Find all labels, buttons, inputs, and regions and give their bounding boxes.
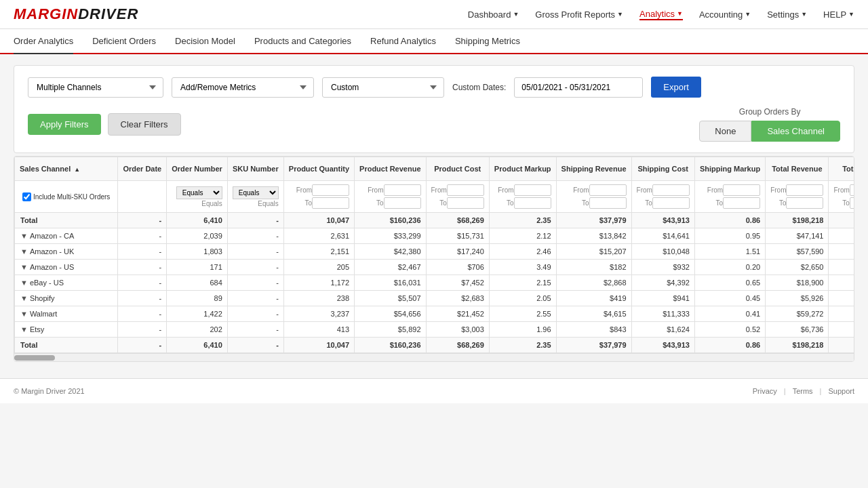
nav-accounting[interactable]: Accounting ▼ bbox=[699, 9, 751, 20]
cell-product-markup: 2.12 bbox=[489, 228, 556, 244]
cell-shipping-markup: 1.51 bbox=[694, 244, 765, 260]
product-cost-to[interactable] bbox=[447, 197, 484, 209]
subnav-deficient-orders[interactable]: Deficient Orders bbox=[92, 29, 156, 54]
group-sales-channel-button[interactable]: Sales Channel bbox=[751, 121, 840, 142]
subnav-order-analytics[interactable]: Order Analytics bbox=[14, 29, 73, 54]
expand-icon[interactable]: ▼ bbox=[20, 279, 28, 287]
subnav-decision-model[interactable]: Decision Model bbox=[175, 29, 235, 54]
include-multi-sku-checkbox[interactable] bbox=[22, 192, 31, 201]
include-multi-sku-label[interactable]: Include Multi-SKU Orders bbox=[22, 192, 110, 201]
cell-order-number: 1,803 bbox=[167, 244, 228, 260]
shipping-cost-from[interactable] bbox=[652, 184, 690, 196]
total-cost-from[interactable] bbox=[850, 184, 854, 196]
subnav-shipping-metrics[interactable]: Shipping Metrics bbox=[455, 29, 520, 54]
total-rev-to[interactable] bbox=[786, 197, 823, 209]
total-rev-from[interactable] bbox=[786, 184, 823, 196]
clear-filters-button[interactable]: Clear Filters bbox=[108, 113, 181, 136]
col-header-product-quantity[interactable]: Product Quantity bbox=[283, 157, 354, 181]
nav-gross-profit-reports[interactable]: Gross Profit Reports ▼ bbox=[535, 9, 623, 20]
cell-product-revenue: $54,656 bbox=[355, 306, 426, 322]
shipping-markup-from[interactable] bbox=[723, 184, 760, 196]
table-row: ▼Shopify-89-238$5,507$2,6832.05$419$9410… bbox=[15, 291, 855, 306]
scroll-bar[interactable] bbox=[14, 353, 854, 361]
filter-bar: Multiple Channels Add/Remove Metrics Cus… bbox=[14, 65, 854, 153]
col-header-product-markup[interactable]: Product Markup bbox=[489, 157, 556, 181]
cell-shipping-cost: $14,641 bbox=[631, 228, 694, 244]
date-range-select[interactable]: Custom bbox=[322, 77, 444, 98]
group-orders-label: Group Orders By bbox=[739, 107, 801, 117]
product-qty-from[interactable] bbox=[312, 184, 349, 196]
cell-order-number: 202 bbox=[167, 322, 228, 338]
expand-icon[interactable]: ▼ bbox=[20, 294, 28, 302]
col-header-total-revenue[interactable]: Total Revenue bbox=[766, 157, 829, 181]
shipping-rev-to[interactable] bbox=[589, 197, 627, 209]
product-markup-from[interactable] bbox=[514, 184, 551, 196]
cell-sku-number: - bbox=[227, 228, 283, 244]
cell-sku-number: - bbox=[227, 244, 283, 260]
cell-shipping-cost: $43,913 bbox=[631, 338, 694, 353]
cell-product-markup: 3.49 bbox=[489, 260, 556, 275]
expand-icon[interactable]: ▼ bbox=[20, 325, 28, 333]
cell-product-markup: 1.96 bbox=[489, 322, 556, 338]
group-none-button[interactable]: None bbox=[699, 121, 751, 142]
table-row: ▼Amazon - CA-2,039-2,631$33,299$15,7312.… bbox=[15, 228, 855, 244]
cell-total-cost: $11,844 bbox=[829, 275, 854, 291]
terms-link[interactable]: Terms bbox=[793, 387, 813, 395]
cell-product-markup: 2.55 bbox=[489, 306, 556, 322]
col-header-shipping-markup[interactable]: Shipping Markup bbox=[694, 157, 765, 181]
cell-total-revenue: $198,218 bbox=[766, 338, 829, 353]
date-range-input[interactable] bbox=[514, 77, 643, 98]
cell-product-revenue: $33,299 bbox=[355, 228, 426, 244]
product-cost-from[interactable] bbox=[447, 184, 484, 196]
expand-icon[interactable]: ▼ bbox=[20, 232, 28, 240]
product-markup-to[interactable] bbox=[514, 197, 551, 209]
col-header-sales-channel[interactable]: Sales Channel ▲ bbox=[15, 157, 118, 181]
privacy-link[interactable]: Privacy bbox=[753, 387, 777, 395]
subnav-products-categories[interactable]: Products and Categories bbox=[254, 29, 351, 54]
sku-equals-select[interactable]: EqualsNot Equals bbox=[233, 186, 279, 199]
table-row: ▼Walmart-1,422-3,237$54,656$21,4522.55$4… bbox=[15, 306, 855, 322]
product-qty-to[interactable] bbox=[312, 197, 349, 209]
cell-sku-number: - bbox=[227, 306, 283, 322]
cell-total-cost: $32,785 bbox=[829, 306, 854, 322]
col-header-product-revenue[interactable]: Product Revenue bbox=[355, 157, 426, 181]
cell-shipping-revenue: $37,979 bbox=[556, 338, 631, 353]
nav-settings[interactable]: Settings ▼ bbox=[767, 9, 807, 20]
product-rev-to[interactable] bbox=[384, 197, 421, 209]
col-header-shipping-cost[interactable]: Shipping Cost bbox=[631, 157, 694, 181]
shipping-markup-to[interactable] bbox=[723, 197, 760, 209]
cell-product-markup: 2.05 bbox=[489, 291, 556, 306]
support-link[interactable]: Support bbox=[828, 387, 854, 395]
export-button[interactable]: Export bbox=[651, 77, 701, 98]
cell-order-number: 6,410 bbox=[167, 213, 228, 228]
nav-help[interactable]: HELP ▼ bbox=[823, 9, 854, 20]
cell-total-revenue: $6,736 bbox=[766, 322, 829, 338]
expand-icon[interactable]: ▼ bbox=[20, 263, 28, 271]
cell-order-number: 1,422 bbox=[167, 306, 228, 322]
cell-total-revenue: $5,926 bbox=[766, 291, 829, 306]
total-cost-to[interactable] bbox=[850, 197, 854, 209]
nav-analytics[interactable]: Analytics ▼ bbox=[639, 9, 683, 20]
shipping-rev-from[interactable] bbox=[589, 184, 627, 196]
order-number-equals-select[interactable]: EqualsNot Equals bbox=[176, 186, 222, 199]
shipping-cost-to[interactable] bbox=[652, 197, 690, 209]
nav-dashboard[interactable]: Dashboard ▼ bbox=[468, 9, 519, 20]
expand-icon[interactable]: ▼ bbox=[20, 310, 28, 318]
expand-icon[interactable]: ▼ bbox=[20, 247, 28, 256]
subnav-refund-analytics[interactable]: Refund Analytics bbox=[370, 29, 436, 54]
apply-filters-button[interactable]: Apply Filters bbox=[28, 114, 101, 135]
col-header-order-number[interactable]: Order Number bbox=[167, 157, 228, 181]
cell-total-revenue: $198,218 bbox=[766, 213, 829, 228]
col-header-total-cost[interactable]: Total Cost bbox=[829, 157, 854, 181]
cell-total-revenue: $2,650 bbox=[766, 260, 829, 275]
col-header-product-cost[interactable]: Product Cost bbox=[426, 157, 489, 181]
col-header-sku-number[interactable]: SKU Number bbox=[227, 157, 283, 181]
cell-total-cost: $4,627 bbox=[829, 322, 854, 338]
cell-order-date: - bbox=[118, 260, 167, 275]
col-header-shipping-revenue[interactable]: Shipping Revenue bbox=[556, 157, 631, 181]
channel-select[interactable]: Multiple Channels bbox=[28, 77, 163, 98]
metrics-select[interactable]: Add/Remove Metrics bbox=[172, 77, 314, 98]
col-header-order-date[interactable]: Order Date bbox=[118, 157, 167, 181]
product-rev-from[interactable] bbox=[384, 184, 421, 196]
cell-product-quantity: 2,631 bbox=[283, 228, 354, 244]
